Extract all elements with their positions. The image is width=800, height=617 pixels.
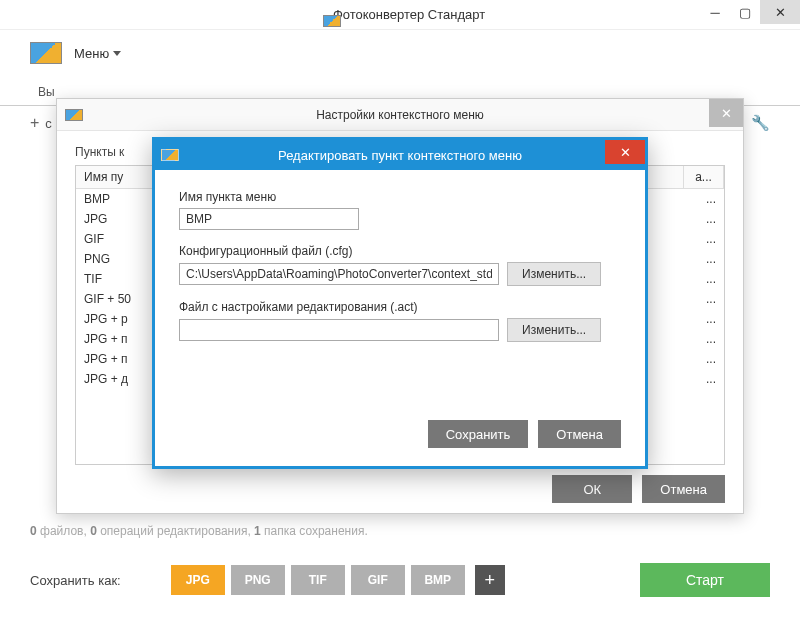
app-logo-icon (30, 40, 62, 66)
row-more: ... (684, 249, 724, 269)
status-ops-count: 0 (90, 524, 97, 538)
toolbar-label-partial: c (45, 116, 52, 131)
menu-button[interactable]: Меню (74, 46, 121, 61)
window-title: Фотоконвертер Стандарт (333, 7, 485, 22)
row-more: ... (684, 309, 724, 329)
edit-name-input[interactable] (179, 208, 359, 230)
close-button[interactable]: ✕ (760, 0, 800, 24)
status-bar: 0 файлов, 0 операций редактирования, 1 п… (30, 524, 368, 538)
settings-cancel-button[interactable]: Отмена (642, 475, 725, 503)
settings-title: Настройки контекстного меню (316, 108, 484, 122)
edit-cfg-input[interactable] (179, 263, 499, 285)
edit-close-button[interactable]: ✕ (605, 140, 645, 164)
edit-context-item-dialog: Редактировать пункт контекстного меню ✕ … (152, 137, 648, 469)
window-controls: ─ ▢ ✕ (700, 0, 800, 24)
settings-app-icon (65, 107, 83, 123)
save-as-label: Сохранить как: (30, 573, 121, 588)
menubar: Меню (0, 30, 800, 76)
edit-titlebar: Редактировать пункт контекстного меню ✕ (155, 140, 645, 170)
row-more: ... (684, 229, 724, 249)
settings-ok-button[interactable]: ОК (552, 475, 632, 503)
start-button[interactable]: Старт (640, 563, 770, 597)
maximize-button[interactable]: ▢ (730, 0, 760, 24)
edit-buttons: Сохранить Отмена (428, 420, 621, 448)
minimize-button[interactable]: ─ (700, 0, 730, 24)
edit-title: Редактировать пункт контекстного меню (278, 148, 522, 163)
wrench-icon[interactable]: 🔧 (751, 114, 770, 132)
edit-save-button[interactable]: Сохранить (428, 420, 529, 448)
format-button-tif[interactable]: TIF (291, 565, 345, 595)
format-button-bmp[interactable]: BMP (411, 565, 465, 595)
edit-act-input[interactable] (179, 319, 499, 341)
format-button-jpg[interactable]: JPG (171, 565, 225, 595)
edit-cfg-label: Конфигурационный файл (.cfg) (179, 244, 621, 258)
status-ops-label: операций редактирования, (97, 524, 254, 538)
add-icon[interactable]: + (30, 114, 39, 132)
settings-buttons: ОК Отмена (552, 475, 725, 503)
row-more: ... (684, 349, 724, 369)
chevron-down-icon (113, 51, 121, 56)
app-icon (323, 13, 341, 29)
edit-app-icon (161, 147, 179, 163)
menu-label: Меню (74, 46, 109, 61)
status-folder-label: папка сохранения. (261, 524, 368, 538)
bottom-bar: Сохранить как: JPGPNGTIFGIFBMP + Старт (0, 549, 800, 617)
row-more: ... (684, 269, 724, 289)
row-more: ... (684, 189, 724, 209)
edit-name-label: Имя пункта меню (179, 190, 621, 204)
edit-act-change-button[interactable]: Изменить... (507, 318, 601, 342)
add-format-button[interactable]: + (475, 565, 505, 595)
settings-close-button[interactable]: ✕ (709, 99, 743, 127)
format-button-gif[interactable]: GIF (351, 565, 405, 595)
status-files-label: файлов, (37, 524, 90, 538)
edit-act-row: Изменить... (179, 318, 621, 342)
settings-col-3[interactable]: а... (684, 166, 724, 188)
edit-body: Имя пункта меню Конфигурационный файл (.… (155, 170, 645, 362)
status-files-count: 0 (30, 524, 37, 538)
row-more: ... (684, 209, 724, 229)
row-more: ... (684, 329, 724, 349)
settings-titlebar: Настройки контекстного меню ✕ (57, 99, 743, 131)
edit-cancel-button[interactable]: Отмена (538, 420, 621, 448)
row-more: ... (684, 369, 724, 389)
row-more: ... (684, 289, 724, 309)
format-buttons: JPGPNGTIFGIFBMP (171, 565, 465, 595)
edit-act-label: Файл с настройками редактирования (.act) (179, 300, 621, 314)
edit-cfg-change-button[interactable]: Изменить... (507, 262, 601, 286)
format-button-png[interactable]: PNG (231, 565, 285, 595)
edit-cfg-row: Изменить... (179, 262, 621, 286)
status-folder-count: 1 (254, 524, 261, 538)
main-titlebar: Фотоконвертер Стандарт ─ ▢ ✕ (0, 0, 800, 30)
